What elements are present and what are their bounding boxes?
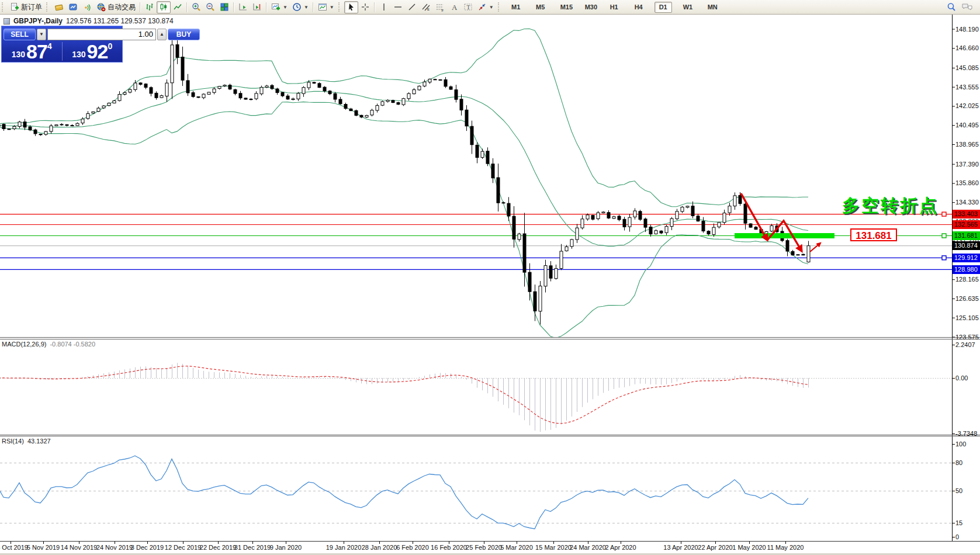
volume-down-button[interactable]: ▼ — [37, 29, 46, 40]
line-chart-button[interactable] — [171, 1, 185, 13]
panel-separators[interactable] — [0, 338, 980, 436]
bid-price[interactable]: 130 87 4 — [2, 41, 62, 62]
chart-shift-button[interactable] — [250, 1, 264, 13]
crosshair-tool-button[interactable] — [358, 1, 372, 13]
chart-canvas[interactable] — [0, 0, 980, 555]
fibonacci-tool-button[interactable]: F — [433, 1, 447, 13]
chat-icon — [961, 2, 973, 12]
charts-gold-icon — [54, 2, 64, 12]
tile-windows-button[interactable] — [217, 1, 231, 13]
chart-symbol-icon — [4, 18, 10, 25]
trendline-tool-button[interactable] — [405, 1, 419, 13]
market-watch-icon — [68, 2, 78, 12]
auto-scroll-button[interactable] — [236, 1, 250, 13]
timeframe-m30-button[interactable]: M30 — [581, 2, 598, 13]
rsi-line — [0, 456, 808, 529]
ask-price[interactable]: 130 92 0 — [63, 41, 123, 62]
text-tool-button[interactable]: A — [447, 1, 461, 13]
market-watch-button[interactable] — [66, 1, 80, 13]
turning-point-annotation[interactable]: 多空转折点 — [842, 194, 939, 218]
level-price-label: 130.874 — [953, 241, 980, 250]
toolbar-grip[interactable] — [46, 2, 50, 12]
label-tool-button[interactable]: T — [461, 1, 475, 13]
chat-button[interactable] — [959, 1, 975, 13]
new-order-label: 新订单 — [21, 2, 42, 12]
price-tick-label: 125.105 — [955, 314, 979, 322]
date-label: 13 Apr 2020 — [663, 544, 698, 551]
one-click-trade-panel: SELL ▼ ▲ BUY 130 87 4 130 92 0 — [1, 26, 123, 63]
zoom-in-button[interactable] — [189, 1, 203, 13]
support-price-annotation[interactable]: 131.681 — [850, 228, 897, 241]
cursor-tool-button[interactable] — [344, 1, 358, 13]
rsi-tick-label: 50 — [955, 487, 962, 495]
timeframe-mn-button[interactable]: MN — [704, 2, 721, 13]
dropdown-caret: ▼ — [489, 5, 494, 10]
toolbar-separator — [186, 2, 188, 12]
forecast-up-arrow[interactable] — [810, 243, 820, 252]
timeframe-m5-button[interactable]: M5 — [532, 2, 549, 13]
date-label: 16 Feb 2020 — [431, 544, 467, 551]
search-button[interactable] — [944, 1, 959, 13]
toolbar-grip[interactable] — [338, 2, 342, 12]
arrows-tool-button[interactable]: ▼ — [475, 1, 496, 13]
date-label: 25 Oct 2019 — [0, 544, 28, 551]
bollinger-bands — [0, 29, 808, 338]
rsi-tick-label: 0 — [955, 533, 959, 541]
vline-tool-button[interactable] — [377, 1, 391, 13]
level-price-label: 132.565 — [953, 220, 980, 229]
autotrading-label: 自动交易 — [108, 2, 136, 12]
autotrading-button[interactable]: 自动交易 — [94, 1, 138, 13]
volume-up-button[interactable]: ▲ — [157, 29, 167, 40]
signals-button[interactable] — [80, 1, 94, 13]
toolbar-grip[interactable] — [2, 2, 5, 12]
bid-pip-digit: 4 — [47, 41, 52, 51]
signals-icon — [82, 2, 92, 12]
volume-input[interactable] — [47, 29, 156, 40]
autotrading-globe-icon — [96, 2, 106, 12]
timeframe-w1-button[interactable]: W1 — [679, 2, 697, 13]
vertical-line-icon — [379, 2, 389, 12]
candlestick-chart-button[interactable] — [157, 1, 171, 13]
periods-button[interactable]: ▼ — [290, 1, 311, 13]
price-tick-label: 123.575 — [955, 334, 979, 341]
date-label: 24 Nov 2019 — [96, 544, 133, 551]
chart-shift-icon — [252, 2, 262, 12]
timeframe-m1-button[interactable]: M1 — [507, 2, 525, 13]
line-anchor-marker[interactable] — [942, 212, 946, 216]
svg-text:E: E — [427, 8, 430, 11]
new-chart-button[interactable]: ▼ — [269, 1, 290, 13]
templates-button[interactable]: ▼ — [316, 1, 337, 13]
level-price-label: 133.403 — [953, 210, 980, 218]
macd-panel — [0, 363, 952, 432]
price-tick-label: 135.860 — [955, 179, 979, 187]
toolbar-grip[interactable] — [498, 2, 501, 12]
bollinger-middle — [0, 86, 808, 246]
line-anchor-marker[interactable] — [942, 256, 946, 260]
charts-button[interactable] — [52, 1, 66, 13]
channel-tool-button[interactable]: E — [419, 1, 433, 13]
dropdown-caret: ▼ — [330, 5, 334, 10]
timeframe-d1-button[interactable]: D1 — [655, 2, 672, 13]
bar-chart-button[interactable] — [143, 1, 157, 13]
buy-button[interactable]: BUY — [168, 29, 200, 40]
date-label: 12 Dec 2019 — [165, 544, 201, 551]
support-zone-bar[interactable] — [735, 233, 834, 238]
search-icon — [946, 2, 957, 12]
zoom-out-button[interactable] — [203, 1, 217, 13]
line-anchor-marker[interactable] — [942, 234, 946, 238]
date-label: 14 Nov 2019 — [61, 544, 97, 551]
price-tick-label: 143.555 — [955, 84, 979, 91]
macd-values: -0.8074 -0.5820 — [50, 341, 95, 348]
hline-tool-button[interactable] — [391, 1, 405, 13]
chart-symbol-period: GBPJPY-,Daily — [13, 17, 63, 25]
macd-tick-label: 2.2407 — [955, 341, 975, 349]
timeframe-h4-button[interactable]: H4 — [630, 2, 647, 13]
chart-title: GBPJPY-,Daily 129.576 131.265 129.537 13… — [4, 17, 174, 25]
tile-windows-icon — [220, 2, 229, 12]
sell-button[interactable]: SELL — [4, 29, 36, 40]
level-price-label: 131.681 — [953, 231, 980, 240]
timeframe-m15-button[interactable]: M15 — [556, 2, 574, 13]
timeframe-h1-button[interactable]: H1 — [605, 2, 623, 13]
new-order-button[interactable]: 新订单 — [8, 1, 44, 13]
dropdown-caret: ▼ — [283, 5, 288, 10]
